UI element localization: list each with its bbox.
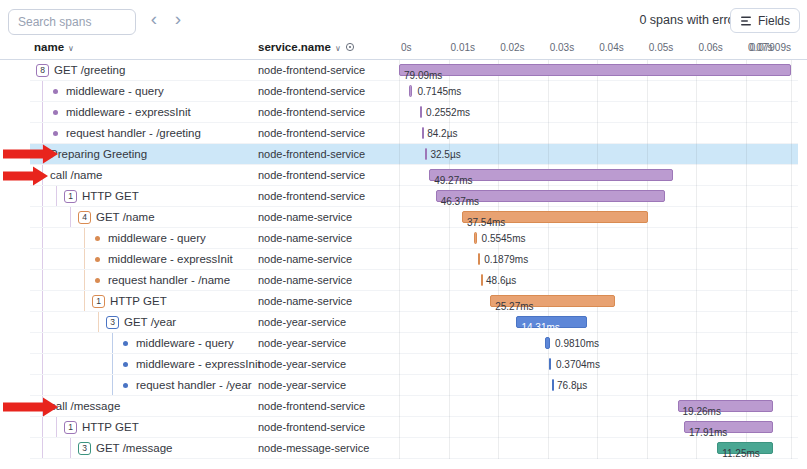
duration-bar[interactable] bbox=[409, 85, 413, 97]
timeline-cell: 32.5µs bbox=[399, 144, 791, 164]
span-dot-icon bbox=[123, 341, 128, 346]
span-row[interactable]: request handler - /yearnode-year-service… bbox=[30, 375, 798, 396]
tree-guide-line bbox=[42, 354, 43, 374]
span-row[interactable]: middleware - querynode-frontend-service0… bbox=[30, 81, 798, 102]
tree-guide-line bbox=[84, 291, 85, 311]
axis-tick-label: 0.06s bbox=[698, 42, 722, 53]
axis-tick-label: 0s bbox=[401, 42, 412, 53]
span-row[interactable]: 4GET /namenode-name-service37.54ms bbox=[30, 207, 798, 228]
span-row[interactable]: 8GET /greetingnode-frontend-service79.09… bbox=[30, 60, 798, 81]
duration-bar[interactable] bbox=[425, 148, 427, 160]
duration-bar[interactable] bbox=[474, 232, 477, 244]
service-name: node-frontend-service bbox=[258, 102, 365, 122]
service-name: node-name-service bbox=[258, 207, 352, 227]
children-count-badge[interactable]: 4 bbox=[78, 211, 91, 224]
duration-bar[interactable]: 49.27ms bbox=[429, 169, 673, 181]
more-actions-icon[interactable]: ••• bbox=[4, 144, 18, 164]
duration-bar[interactable]: 37.54ms bbox=[462, 211, 648, 223]
service-name: node-frontend-service bbox=[258, 186, 365, 206]
span-dot-icon bbox=[123, 362, 128, 367]
span-name: request handler - /year bbox=[136, 379, 252, 391]
span-name: middleware - expressInit bbox=[108, 253, 233, 265]
grid-header: name ∨ service.name ∨ 0s0.01s0.02s0.03s0… bbox=[0, 40, 807, 60]
service-name: node-year-service bbox=[258, 312, 346, 332]
children-count-badge[interactable]: 1 bbox=[64, 190, 77, 203]
duration-bar[interactable]: 17.91ms bbox=[684, 421, 773, 433]
service-name: node-name-service bbox=[258, 270, 352, 290]
span-row[interactable]: 1HTTP GETnode-name-service25.27ms bbox=[30, 291, 798, 312]
duration-label: 11.25ms bbox=[718, 449, 760, 459]
duration-bar[interactable]: 25.27ms bbox=[490, 295, 615, 307]
axis-tick-label: 0.03s bbox=[550, 42, 574, 53]
span-row[interactable]: 1HTTP GETnode-frontend-service46.37ms bbox=[30, 186, 798, 207]
span-dot-icon bbox=[95, 257, 100, 262]
span-row[interactable]: middleware - expressInitnode-year-servic… bbox=[30, 354, 798, 375]
duration-bar[interactable] bbox=[478, 253, 480, 265]
span-name: GET /name bbox=[96, 211, 155, 223]
tree-guide-line bbox=[42, 186, 43, 206]
duration-bar[interactable]: 79.09ms bbox=[399, 64, 791, 76]
span-row[interactable]: call /namenode-frontend-service49.27ms bbox=[30, 165, 798, 186]
tree-guide-line bbox=[42, 165, 43, 185]
tree-guide-line bbox=[42, 207, 43, 227]
timeline-cell: 0.1879ms bbox=[399, 249, 791, 269]
duration-bar[interactable] bbox=[420, 106, 422, 118]
duration-label: 0.2552ms bbox=[426, 107, 470, 119]
duration-bar[interactable] bbox=[422, 127, 424, 139]
timeline-cell: 25.27ms bbox=[399, 291, 791, 311]
column-header-service-name[interactable]: service.name ∨ bbox=[258, 41, 355, 53]
axis-tick-label: 0.01s bbox=[451, 42, 475, 53]
duration-bar[interactable] bbox=[545, 337, 550, 349]
duration-bar[interactable]: 14.31ms bbox=[516, 316, 587, 328]
duration-label: 0.9810ms bbox=[555, 338, 599, 350]
previous-match-button[interactable]: ‹ bbox=[142, 6, 166, 32]
axis-tick-label: 0.04s bbox=[599, 42, 623, 53]
span-row[interactable]: middleware - querynode-name-service0.554… bbox=[30, 228, 798, 249]
service-name: node-year-service bbox=[258, 354, 346, 374]
timeline-cell: 0.5545ms bbox=[399, 228, 791, 248]
children-count-badge[interactable]: 1 bbox=[92, 295, 105, 308]
children-count-badge[interactable]: 3 bbox=[106, 316, 119, 329]
column-options-icon[interactable] bbox=[345, 42, 355, 52]
span-name: GET /year bbox=[124, 316, 176, 328]
duration-bar[interactable]: 46.37ms bbox=[436, 190, 666, 202]
duration-label: 79.09ms bbox=[400, 71, 442, 81]
duration-label: 84.2µs bbox=[427, 128, 457, 140]
column-service-label: service.name bbox=[258, 41, 331, 53]
duration-bar[interactable]: 11.25ms bbox=[717, 442, 773, 454]
span-dot-icon bbox=[53, 89, 58, 94]
column-header-name[interactable]: name ∨ bbox=[34, 41, 74, 53]
span-row[interactable]: request handler - /namenode-name-service… bbox=[30, 270, 798, 291]
children-count-badge[interactable]: 3 bbox=[78, 442, 91, 455]
axis-tick-label: 0.05s bbox=[649, 42, 673, 53]
span-name: GET /greeting bbox=[54, 64, 125, 76]
fields-button[interactable]: Fields bbox=[730, 8, 800, 33]
next-match-button[interactable]: › bbox=[166, 6, 190, 32]
duration-bar[interactable]: 19.26ms bbox=[678, 400, 773, 412]
duration-label: 0.3704ms bbox=[556, 359, 600, 371]
tree-guide-line bbox=[112, 333, 113, 353]
span-row[interactable]: 1HTTP GETnode-frontend-service17.91ms bbox=[30, 417, 798, 438]
tree-guide-line bbox=[56, 417, 57, 437]
span-row[interactable]: Preparing Greetingnode-frontend-service3… bbox=[30, 144, 798, 165]
children-count-badge[interactable]: 8 bbox=[36, 64, 49, 77]
search-input[interactable] bbox=[8, 9, 136, 35]
duration-bar[interactable] bbox=[481, 274, 483, 286]
duration-label: 14.31ms bbox=[517, 323, 559, 333]
span-row[interactable]: request handler - /greetingnode-frontend… bbox=[30, 123, 798, 144]
timeline-cell: 14.31ms bbox=[399, 312, 791, 332]
children-count-badge[interactable]: 1 bbox=[64, 421, 77, 434]
span-row[interactable]: middleware - querynode-year-service0.981… bbox=[30, 333, 798, 354]
duration-bar[interactable] bbox=[549, 358, 551, 370]
span-row[interactable]: call /messagenode-frontend-service19.26m… bbox=[30, 396, 798, 417]
span-row[interactable]: 3GET /yearnode-year-service14.31ms bbox=[30, 312, 798, 333]
span-row[interactable]: 3GET /messagenode-message-service11.25ms bbox=[30, 438, 798, 459]
duration-bar[interactable] bbox=[552, 379, 554, 391]
tree-guide-line bbox=[84, 270, 85, 290]
tree-guide-line bbox=[42, 81, 43, 101]
duration-label: 0.1879ms bbox=[484, 254, 528, 266]
span-row[interactable]: middleware - expressInitnode-name-servic… bbox=[30, 249, 798, 270]
timeline-cell: 0.9810ms bbox=[399, 333, 791, 353]
timeline-cell: 46.37ms bbox=[399, 186, 791, 206]
span-row[interactable]: middleware - expressInitnode-frontend-se… bbox=[30, 102, 798, 123]
